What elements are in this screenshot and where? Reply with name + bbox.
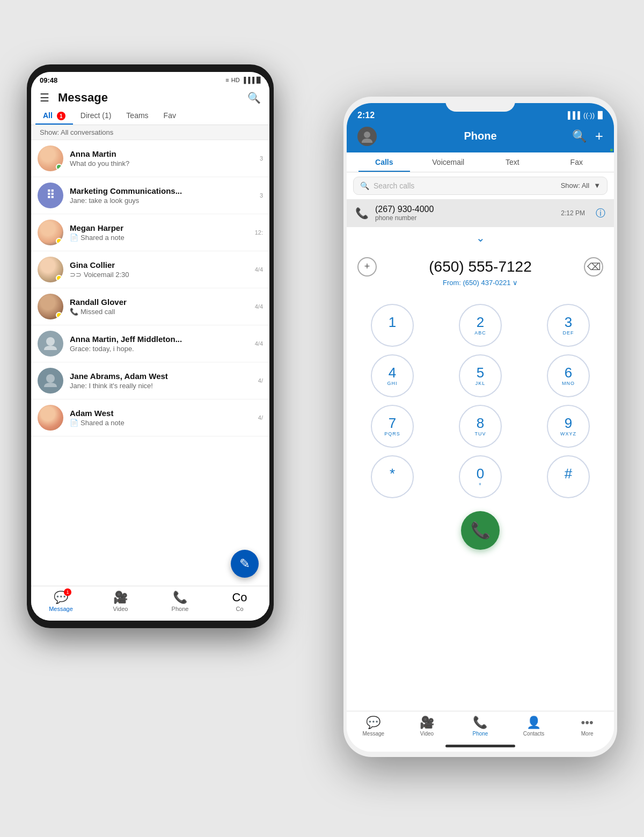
key-hash[interactable]: # [547, 455, 590, 498]
ios-nav-more[interactable]: ••• More [560, 716, 614, 737]
key-5[interactable]: 5 JKL [459, 354, 502, 397]
nav-co[interactable]: Co Co [210, 591, 269, 612]
android-phone: 09:48 ≡ HD ▐▐▐ ▉ ☰ Message 🔍 All [27, 64, 274, 628]
key-7[interactable]: 7 PQRS [371, 405, 414, 448]
gina-time: 4/4 [255, 266, 263, 273]
from-number[interactable]: (650) 437-0221 ∨ [463, 279, 518, 287]
ios-phone-label: Phone [473, 731, 488, 737]
message-nav-label: Message [49, 606, 73, 612]
calls-search-icon: 🔍 [360, 181, 369, 190]
search-icon[interactable]: 🔍 [247, 91, 261, 104]
key-star[interactable]: * [371, 455, 414, 498]
tab-voicemail[interactable]: Voicemail [416, 152, 481, 172]
group1-time: 4/4 [255, 340, 263, 347]
phone-app-title: Phone [464, 130, 496, 142]
dialer-backspace-button[interactable]: ⌫ [584, 257, 603, 276]
anna-time: 3 [260, 155, 263, 162]
ios-time: 2:12 [357, 111, 375, 120]
compose-fab[interactable]: ✎ [231, 550, 259, 578]
calls-search-bar[interactable]: 🔍 Search calls Show: All ▼ [353, 177, 608, 195]
collapse-handle[interactable]: ⌄ [347, 227, 614, 249]
android-bottom-nav: 💬 1 Message 🎥 Video 📞 Phone Co Co [31, 586, 269, 621]
avatar-group1 [38, 331, 63, 356]
contact-item-randall[interactable]: Randall Glover 📞 Missed call 4/4 [31, 288, 269, 325]
megan-time: 12: [255, 229, 263, 236]
key-0[interactable]: 0 + [459, 455, 502, 498]
megan-info: Megan Harper 📄 Shared a note [70, 223, 255, 242]
call-info-button[interactable]: ⓘ [596, 207, 605, 220]
message-tabs: All 1 Direct (1) Teams Fav [31, 107, 269, 126]
avatar-group2 [38, 368, 63, 394]
contact-item-adam[interactable]: Adam West 📄 Shared a note 4/ [31, 399, 269, 436]
ios-nav-message[interactable]: 💬 Message [347, 716, 400, 737]
ios-nav-video[interactable]: 🎥 Video [400, 716, 454, 737]
key-6-letters: MNO [562, 381, 575, 386]
anna-info: Anna Martin What do you think? [70, 149, 260, 168]
nav-message[interactable]: 💬 1 Message [31, 591, 91, 612]
tab-all[interactable]: All 1 [35, 107, 73, 125]
contact-item-marketing[interactable]: ⠿ Marketing Communications... Jane: take… [31, 177, 269, 214]
call-button-row: 📞 [347, 507, 614, 558]
key-4[interactable]: 4 GHI [371, 354, 414, 397]
tab-calls[interactable]: Calls [352, 152, 416, 172]
nav-video[interactable]: 🎥 Video [91, 591, 150, 612]
key-6[interactable]: 6 MNO [547, 354, 590, 397]
phone-app-header: Phone 🔍 + [347, 123, 614, 152]
ios-phone-icon: 📞 [473, 716, 487, 730]
adam-message: 📄 Shared a note [70, 419, 258, 427]
tab-text[interactable]: Text [480, 152, 545, 172]
phone-add-icon[interactable]: + [595, 128, 603, 144]
group2-name: Jane Abrams, Adam West [70, 372, 258, 381]
contact-item-group2[interactable]: Jane Abrams, Adam West Jane: I think it'… [31, 362, 269, 399]
dialer-display[interactable]: (650) 555-7122 [377, 258, 584, 275]
keypad: 1 2 ABC 3 DEF 4 GHI 5 JKL [347, 304, 614, 507]
contact-item-gina[interactable]: Gina Collier ⊃⊃ Voicemail 2:30 4/4 [31, 251, 269, 288]
ios-nav-contacts[interactable]: 👤 Contacts [507, 716, 561, 737]
dialer-plus-button[interactable]: + [357, 257, 377, 276]
missed-call-icon: 📞 [70, 308, 78, 316]
marketing-name: Marketing Communications... [70, 186, 260, 195]
contact-item-anna[interactable]: Anna Martin What do you think? 3 [31, 140, 269, 177]
nav-phone[interactable]: 📞 Phone [150, 591, 210, 612]
filter-icon[interactable]: ▼ [594, 181, 601, 190]
key-star-num: * [390, 466, 395, 482]
group2-avatar-icon [42, 372, 59, 389]
call-type-1: phone number [375, 214, 554, 222]
status-dot-megan [56, 238, 62, 244]
key-1[interactable]: 1 [371, 304, 414, 347]
tab-direct-label: Direct (1) [80, 111, 112, 120]
call-button[interactable]: 📞 [461, 511, 500, 550]
call-time-1: 2:12 PM [561, 209, 585, 217]
key-9[interactable]: 9 WXYZ [547, 405, 590, 448]
tab-fav[interactable]: Fav [156, 107, 184, 125]
ios-nav-phone[interactable]: 📞 Phone [453, 716, 507, 737]
dialer: + (650) 555-7122 ⌫ From: (650) 437-0221 … [347, 249, 614, 304]
key-1-letters [391, 330, 393, 336]
note-icon: 📄 [70, 234, 78, 242]
call-item-1[interactable]: 📞 (267) 930-4000 phone number 2:12 PM ⓘ [347, 199, 614, 227]
svg-point-1 [46, 374, 55, 383]
ios-signal-icon: ▐▐▐ [565, 111, 580, 119]
megan-name: Megan Harper [70, 223, 255, 232]
voicemail-icon: ⊃⊃ [70, 271, 82, 279]
phone-user-avatar[interactable] [357, 127, 377, 146]
megan-message: 📄 Shared a note [70, 234, 255, 242]
tab-fax[interactable]: Fax [545, 152, 609, 172]
key-0-letters: + [479, 482, 482, 487]
gina-name: Gina Collier [70, 260, 255, 270]
ios-status-icons: ▐▐▐ ((·)) ▉ [565, 111, 603, 119]
avatar-icon [360, 129, 375, 144]
phone-search-icon[interactable]: 🔍 [572, 129, 587, 143]
key-3[interactable]: 3 DEF [547, 304, 590, 347]
tab-direct[interactable]: Direct (1) [73, 107, 119, 125]
tab-teams[interactable]: Teams [119, 107, 156, 125]
key-8[interactable]: 8 TUV [459, 405, 502, 448]
menu-icon[interactable]: ☰ [40, 91, 49, 104]
key-2[interactable]: 2 ABC [459, 304, 502, 347]
contact-item-group1[interactable]: Anna Martin, Jeff Middleton... Grace: to… [31, 325, 269, 362]
adam-name: Adam West [70, 409, 258, 418]
iphone: 2:12 ▐▐▐ ((·)) ▉ Phone [343, 97, 617, 757]
contact-item-megan[interactable]: Megan Harper 📄 Shared a note 12: [31, 214, 269, 251]
from-label: From: [443, 279, 463, 287]
randall-info: Randall Glover 📞 Missed call [70, 297, 255, 316]
